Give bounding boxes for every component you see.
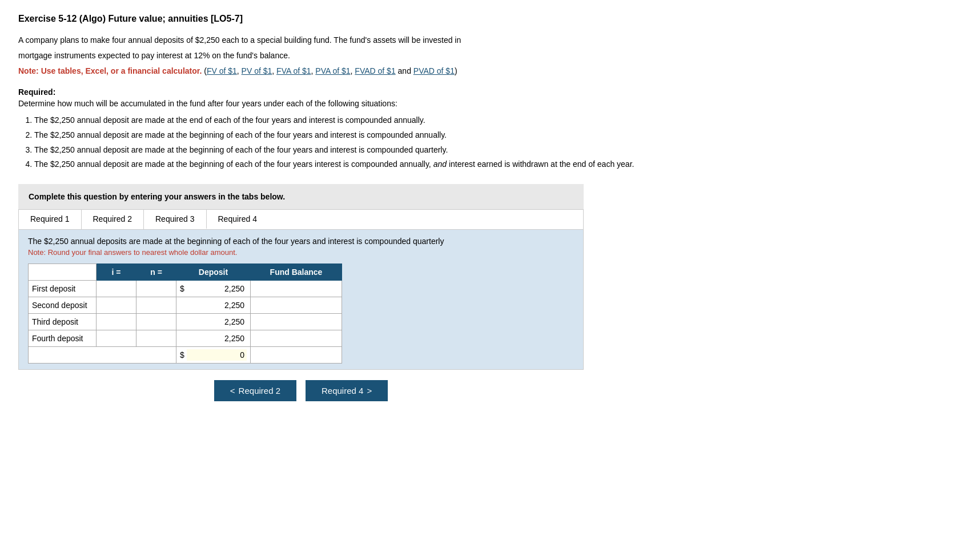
tab-note: Note: Round your final answers to neares…	[28, 248, 574, 257]
col-header-fund: Fund Balance	[251, 264, 342, 281]
col-header-deposit: Deposit	[176, 264, 251, 281]
tab-required-2[interactable]: Required 2	[82, 210, 144, 229]
intro-line1: A company plans to make four annual depo…	[18, 34, 618, 46]
pva-link[interactable]: PVA of $1	[315, 66, 350, 75]
total-row: $	[29, 347, 342, 364]
input-n-1[interactable]	[140, 283, 172, 294]
input-n-4[interactable]	[140, 333, 172, 344]
tab-required-3[interactable]: Required 3	[144, 210, 207, 229]
input-fund-3[interactable]	[254, 316, 338, 328]
fv-link[interactable]: FV of $1	[207, 66, 237, 75]
table-row: Fourth deposit	[29, 330, 342, 347]
col-header-n: n =	[136, 264, 176, 281]
button-row: < Required 2 Required 4 >	[18, 380, 584, 401]
note-label: Note: Use tables, Excel, or a financial …	[18, 66, 202, 75]
total-dollar-sign: $	[180, 350, 184, 360]
cell-fund-3[interactable]	[251, 314, 342, 330]
cell-fund-1[interactable]	[251, 281, 342, 297]
tab-description: The $2,250 annual deposits are made at t…	[28, 237, 574, 246]
fva-link[interactable]: FVA of $1	[276, 66, 311, 75]
cell-i-2[interactable]	[97, 297, 136, 314]
cell-deposit-4	[176, 330, 251, 347]
cell-n-4[interactable]	[136, 330, 176, 347]
input-n-3[interactable]	[140, 316, 172, 328]
col-header-i: i =	[97, 264, 136, 281]
list-item-3: The $2,250 annual deposit are made at th…	[34, 143, 962, 157]
page-title: Exercise 5-12 (Algo) Future value; annui…	[18, 14, 962, 24]
arrow-right-icon: >	[367, 386, 372, 396]
determine-text: Determine how much will be accumulated i…	[18, 99, 962, 108]
cell-n-2[interactable]	[136, 297, 176, 314]
table-row: Third deposit	[29, 314, 342, 330]
required-heading: Required:	[18, 87, 962, 97]
cell-fund-4[interactable]	[251, 330, 342, 347]
input-deposit-2[interactable]	[182, 300, 247, 311]
input-fund-4[interactable]	[254, 333, 338, 344]
cell-n-1[interactable]	[136, 281, 176, 297]
input-i-3[interactable]	[100, 316, 132, 328]
row-label-4: Fourth deposit	[29, 330, 97, 347]
cell-fund-2[interactable]	[251, 297, 342, 314]
required-4-label: Required 4	[322, 386, 363, 396]
required-2-button[interactable]: < Required 2	[214, 380, 296, 401]
list-item-2: The $2,250 annual deposit are made at th…	[34, 129, 962, 142]
input-fund-1[interactable]	[254, 283, 338, 294]
total-label-empty	[29, 347, 176, 364]
tabs-row: Required 1 Required 2 Required 3 Require…	[18, 209, 584, 229]
input-i-4[interactable]	[100, 333, 132, 344]
pvad-link[interactable]: PVAD of $1	[413, 66, 455, 75]
pv-link[interactable]: PV of $1	[242, 66, 272, 75]
total-fund-empty	[251, 347, 342, 364]
cell-n-3[interactable]	[136, 314, 176, 330]
list-item-1: The $2,250 annual deposit are made at th…	[34, 114, 962, 127]
input-fund-2[interactable]	[254, 300, 338, 311]
cell-deposit-3	[176, 314, 251, 330]
required-4-button[interactable]: Required 4 >	[306, 380, 388, 401]
fvad-link[interactable]: FVAD of $1	[355, 66, 395, 75]
table-row: Second deposit	[29, 297, 342, 314]
col-header-label	[29, 264, 97, 281]
input-i-2[interactable]	[100, 300, 132, 311]
intro-note: Note: Use tables, Excel, or a financial …	[18, 65, 618, 77]
numbered-list: The $2,250 annual deposit are made at th…	[34, 114, 962, 171]
list-item-4: The $2,250 annual deposit are made at th…	[34, 158, 962, 171]
row-label-1: First deposit	[29, 281, 97, 297]
table-row: First deposit $	[29, 281, 342, 297]
data-table: i = n = Deposit Fund Balance First depos…	[28, 263, 342, 364]
arrow-left-icon: <	[230, 386, 235, 396]
total-value-input[interactable]	[187, 349, 247, 361]
input-i-1[interactable]	[100, 283, 132, 294]
table-wrapper: i = n = Deposit Fund Balance First depos…	[28, 263, 342, 364]
row-label-3: Third deposit	[29, 314, 97, 330]
required-2-label: Required 2	[239, 386, 280, 396]
tab-content: The $2,250 annual deposits are made at t…	[18, 229, 584, 370]
input-deposit-3[interactable]	[182, 316, 247, 328]
intro-line2: mortgage instruments expected to pay int…	[18, 50, 618, 62]
dollar-sign-1: $	[180, 284, 184, 293]
total-dollar-cell[interactable]: $	[176, 347, 251, 364]
cell-i-3[interactable]	[97, 314, 136, 330]
input-deposit-1[interactable]	[187, 283, 247, 294]
row-label-2: Second deposit	[29, 297, 97, 314]
cell-deposit-1: $	[176, 281, 251, 297]
complete-box: Complete this question by entering your …	[18, 184, 584, 209]
cell-i-4[interactable]	[97, 330, 136, 347]
input-deposit-4[interactable]	[182, 333, 247, 344]
cell-i-1[interactable]	[97, 281, 136, 297]
tab-required-1[interactable]: Required 1	[19, 210, 82, 229]
input-n-2[interactable]	[140, 300, 172, 311]
cell-deposit-2	[176, 297, 251, 314]
tabs-container: Required 1 Required 2 Required 3 Require…	[18, 209, 584, 370]
tab-required-4[interactable]: Required 4	[207, 210, 269, 229]
